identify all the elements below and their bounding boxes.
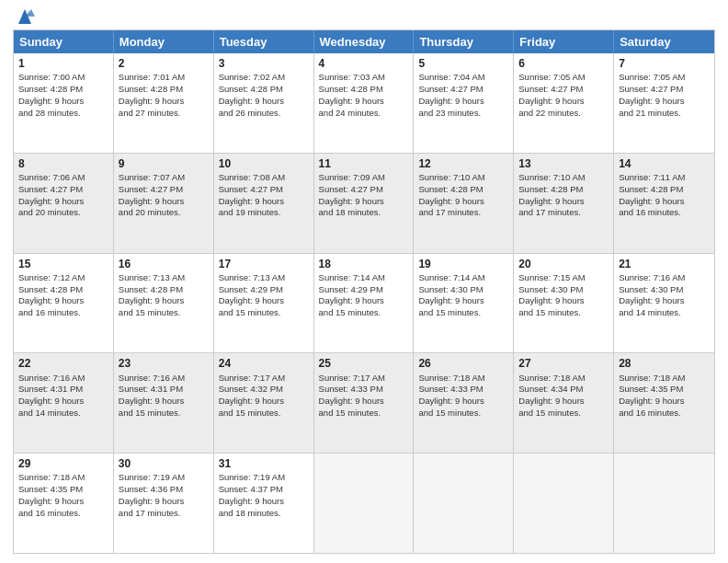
sunset-text: Sunset: 4:36 PM bbox=[119, 484, 209, 496]
sunrise-text: Sunrise: 7:18 AM bbox=[619, 373, 710, 385]
daylight-text: Daylight: 9 hours bbox=[319, 295, 409, 307]
sunrise-text: Sunrise: 7:13 AM bbox=[119, 272, 209, 284]
sunrise-text: Sunrise: 7:05 AM bbox=[518, 72, 609, 84]
daylight-text: Daylight: 9 hours bbox=[18, 96, 108, 108]
daylight-text: Daylight: 9 hours bbox=[18, 196, 108, 208]
daylight-text: and 17 minutes. bbox=[418, 207, 508, 219]
day-number: 4 bbox=[319, 56, 409, 71]
day-number: 16 bbox=[119, 257, 209, 271]
daylight-text: and 18 minutes. bbox=[219, 508, 309, 520]
empty-cell bbox=[614, 454, 714, 553]
daylight-text: and 14 minutes. bbox=[18, 408, 108, 419]
sunrise-text: Sunrise: 7:19 AM bbox=[119, 472, 209, 484]
sunrise-text: Sunrise: 7:14 AM bbox=[319, 272, 409, 284]
sunrise-text: Sunrise: 7:10 AM bbox=[518, 172, 609, 184]
day-number: 29 bbox=[18, 456, 108, 471]
sunset-text: Sunset: 4:32 PM bbox=[219, 384, 309, 396]
sunset-text: Sunset: 4:27 PM bbox=[219, 184, 309, 196]
weekday-header-sunday: Sunday bbox=[14, 30, 114, 53]
daylight-text: Daylight: 9 hours bbox=[619, 96, 710, 108]
daylight-text: Daylight: 9 hours bbox=[119, 396, 209, 408]
weekday-header-thursday: Thursday bbox=[414, 30, 514, 53]
day-cell-15: 15Sunrise: 7:12 AMSunset: 4:28 PMDayligh… bbox=[14, 254, 114, 353]
calendar-row-2: 8Sunrise: 7:06 AMSunset: 4:27 PMDaylight… bbox=[14, 154, 714, 254]
calendar-row-1: 1Sunrise: 7:00 AMSunset: 4:28 PMDaylight… bbox=[14, 53, 714, 154]
daylight-text: and 17 minutes. bbox=[518, 207, 609, 219]
day-cell-20: 20Sunrise: 7:15 AMSunset: 4:30 PMDayligh… bbox=[514, 254, 614, 353]
day-number: 30 bbox=[119, 456, 209, 471]
daylight-text: and 17 minutes. bbox=[119, 508, 209, 520]
day-cell-8: 8Sunrise: 7:06 AMSunset: 4:27 PMDaylight… bbox=[14, 154, 114, 253]
day-number: 25 bbox=[319, 356, 409, 371]
sunset-text: Sunset: 4:28 PM bbox=[18, 284, 108, 296]
daylight-text: and 16 minutes. bbox=[18, 508, 108, 520]
daylight-text: and 15 minutes. bbox=[319, 307, 409, 319]
day-cell-30: 30Sunrise: 7:19 AMSunset: 4:36 PMDayligh… bbox=[114, 454, 214, 553]
sunrise-text: Sunrise: 7:12 AM bbox=[18, 272, 108, 284]
day-number: 14 bbox=[619, 156, 710, 171]
sunrise-text: Sunrise: 7:10 AM bbox=[418, 172, 508, 184]
sunrise-text: Sunrise: 7:18 AM bbox=[518, 373, 609, 385]
day-number: 1 bbox=[18, 56, 108, 71]
day-cell-19: 19Sunrise: 7:14 AMSunset: 4:30 PMDayligh… bbox=[414, 254, 514, 353]
sunset-text: Sunset: 4:30 PM bbox=[619, 284, 710, 296]
day-cell-10: 10Sunrise: 7:08 AMSunset: 4:27 PMDayligh… bbox=[214, 154, 314, 253]
day-number: 15 bbox=[18, 257, 108, 271]
daylight-text: Daylight: 9 hours bbox=[219, 295, 309, 307]
day-number: 17 bbox=[219, 257, 309, 271]
sunset-text: Sunset: 4:28 PM bbox=[219, 84, 309, 96]
daylight-text: and 20 minutes. bbox=[119, 207, 209, 219]
sunset-text: Sunset: 4:29 PM bbox=[319, 284, 409, 296]
header bbox=[13, 9, 715, 24]
day-number: 18 bbox=[319, 257, 409, 271]
sunset-text: Sunset: 4:27 PM bbox=[518, 84, 609, 96]
sunset-text: Sunset: 4:31 PM bbox=[119, 384, 209, 396]
daylight-text: Daylight: 9 hours bbox=[18, 496, 108, 508]
sunset-text: Sunset: 4:31 PM bbox=[18, 384, 108, 396]
sunrise-text: Sunrise: 7:17 AM bbox=[319, 373, 409, 385]
daylight-text: and 15 minutes. bbox=[119, 408, 209, 419]
daylight-text: Daylight: 9 hours bbox=[518, 396, 609, 408]
daylight-text: and 15 minutes. bbox=[219, 408, 309, 419]
calendar-header: SundayMondayTuesdayWednesdayThursdayFrid… bbox=[14, 30, 714, 53]
sunrise-text: Sunrise: 7:16 AM bbox=[619, 272, 710, 284]
day-number: 23 bbox=[119, 356, 209, 371]
day-cell-2: 2Sunrise: 7:01 AMSunset: 4:28 PMDaylight… bbox=[114, 53, 214, 153]
day-number: 31 bbox=[219, 456, 309, 471]
sunrise-text: Sunrise: 7:18 AM bbox=[418, 373, 508, 385]
daylight-text: and 14 minutes. bbox=[619, 307, 710, 319]
sunrise-text: Sunrise: 7:16 AM bbox=[119, 373, 209, 385]
daylight-text: Daylight: 9 hours bbox=[319, 396, 409, 408]
daylight-text: Daylight: 9 hours bbox=[319, 196, 409, 208]
day-number: 27 bbox=[518, 356, 609, 371]
day-cell-18: 18Sunrise: 7:14 AMSunset: 4:29 PMDayligh… bbox=[314, 254, 415, 353]
daylight-text: Daylight: 9 hours bbox=[219, 396, 309, 408]
day-cell-1: 1Sunrise: 7:00 AMSunset: 4:28 PMDaylight… bbox=[14, 53, 114, 153]
sunset-text: Sunset: 4:30 PM bbox=[418, 284, 508, 296]
sunset-text: Sunset: 4:28 PM bbox=[619, 184, 710, 196]
daylight-text: and 16 minutes. bbox=[619, 207, 710, 219]
sunrise-text: Sunrise: 7:18 AM bbox=[18, 472, 108, 484]
day-cell-23: 23Sunrise: 7:16 AMSunset: 4:31 PMDayligh… bbox=[114, 353, 214, 453]
daylight-text: and 15 minutes. bbox=[119, 307, 209, 319]
day-cell-16: 16Sunrise: 7:13 AMSunset: 4:28 PMDayligh… bbox=[114, 254, 214, 353]
sunset-text: Sunset: 4:35 PM bbox=[619, 384, 710, 396]
daylight-text: Daylight: 9 hours bbox=[518, 295, 609, 307]
daylight-text: and 19 minutes. bbox=[219, 207, 309, 219]
weekday-header-friday: Friday bbox=[514, 30, 614, 53]
sunrise-text: Sunrise: 7:01 AM bbox=[119, 72, 209, 84]
weekday-header-wednesday: Wednesday bbox=[314, 30, 415, 53]
day-cell-14: 14Sunrise: 7:11 AMSunset: 4:28 PMDayligh… bbox=[614, 154, 714, 253]
day-cell-6: 6Sunrise: 7:05 AMSunset: 4:27 PMDaylight… bbox=[514, 53, 614, 153]
daylight-text: Daylight: 9 hours bbox=[219, 96, 309, 108]
day-cell-25: 25Sunrise: 7:17 AMSunset: 4:33 PMDayligh… bbox=[314, 353, 415, 453]
day-cell-27: 27Sunrise: 7:18 AMSunset: 4:34 PMDayligh… bbox=[514, 353, 614, 453]
sunrise-text: Sunrise: 7:05 AM bbox=[619, 72, 710, 84]
daylight-text: Daylight: 9 hours bbox=[219, 196, 309, 208]
calendar-row-3: 15Sunrise: 7:12 AMSunset: 4:28 PMDayligh… bbox=[14, 254, 714, 354]
day-number: 7 bbox=[619, 56, 710, 71]
sunset-text: Sunset: 4:28 PM bbox=[18, 84, 108, 96]
daylight-text: Daylight: 9 hours bbox=[119, 295, 209, 307]
day-number: 26 bbox=[418, 356, 508, 371]
day-cell-29: 29Sunrise: 7:18 AMSunset: 4:35 PMDayligh… bbox=[14, 454, 114, 553]
